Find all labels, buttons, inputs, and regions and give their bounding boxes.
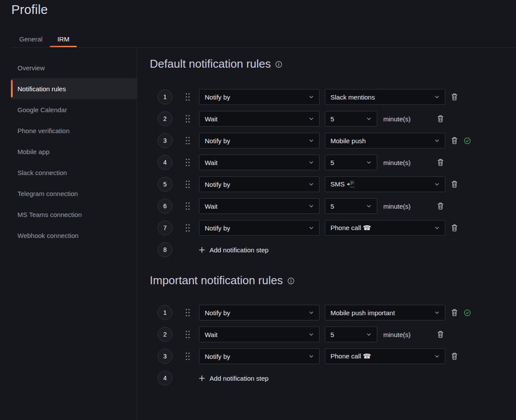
step-action-select[interactable]: Wait: [199, 111, 320, 127]
sidebar-item-webhook-connection[interactable]: Webhook connection: [11, 225, 137, 246]
drag-handle-icon[interactable]: [185, 330, 191, 339]
step-value-text: 5: [330, 331, 334, 338]
step-value-select[interactable]: 5: [325, 198, 377, 214]
step-number-badge: 3: [158, 349, 172, 364]
notification-step-row: 4Add notification step: [150, 370, 490, 386]
step-action-select[interactable]: Wait: [199, 155, 320, 170]
step-value-text: Phone call ☎: [330, 352, 371, 360]
step-value-select[interactable]: Mobile push important: [325, 305, 445, 320]
delete-step-button[interactable]: [451, 93, 458, 101]
drag-handle-icon[interactable]: [185, 308, 191, 317]
chevron-down-icon: [309, 332, 314, 337]
delete-step-button[interactable]: [437, 202, 444, 210]
rules-section-default-notification-rules: Default notification rules1Notify bySlac…: [150, 57, 490, 264]
chevron-down-icon: [309, 116, 314, 121]
step-value-select[interactable]: 5: [325, 111, 377, 127]
step-value-text: 5: [330, 159, 334, 166]
drag-handle-icon[interactable]: [185, 179, 191, 189]
delete-step-button[interactable]: [451, 180, 458, 188]
step-action-select[interactable]: Notify by: [199, 305, 320, 320]
sidebar-item-slack-connection[interactable]: Slack connection: [11, 162, 137, 183]
chevron-down-icon: [366, 332, 372, 337]
tab-label: General: [19, 35, 42, 43]
step-action-select[interactable]: Notify by: [199, 133, 320, 148]
drag-handle-icon[interactable]: [185, 114, 191, 124]
step-value-text: Mobile push: [330, 137, 366, 145]
plus-icon: [199, 375, 205, 382]
chevron-down-icon: [309, 310, 314, 315]
trash-icon: [451, 180, 458, 188]
step-action-select[interactable]: Notify by: [199, 89, 320, 105]
step-action-value: Notify by: [205, 353, 230, 360]
step-action-select[interactable]: Wait: [199, 198, 320, 214]
step-value-text: SMS 📲: [330, 180, 354, 188]
step-action-select[interactable]: Notify by: [199, 220, 320, 236]
chevron-down-icon: [309, 225, 314, 231]
sidebar-item-telegram-connection[interactable]: Telegram connection: [11, 183, 137, 204]
step-value-select[interactable]: 5: [325, 155, 377, 170]
drag-handle-icon[interactable]: [185, 158, 191, 167]
chevron-down-icon: [309, 138, 314, 143]
step-value-select[interactable]: Phone call ☎: [325, 220, 445, 236]
wait-duration-unit-label: minute(s): [383, 331, 437, 338]
drag-handle-icon[interactable]: [185, 351, 191, 361]
delete-step-button[interactable]: [437, 115, 444, 123]
step-number-badge: 5: [158, 177, 172, 192]
trash-icon: [437, 330, 444, 338]
step-value-select[interactable]: Phone call ☎: [325, 348, 445, 364]
step-value-select[interactable]: SMS 📲: [325, 176, 445, 192]
sidebar-item-notification-rules[interactable]: Notification rules: [11, 78, 137, 99]
step-value-select[interactable]: Slack mentions: [325, 89, 445, 105]
chevron-down-icon: [434, 354, 440, 359]
delete-step-button[interactable]: [451, 309, 458, 317]
sidebar-item-label: Mobile app: [17, 148, 49, 155]
sidebar-item-ms-teams-connection[interactable]: MS Teams connection: [11, 204, 137, 225]
sidebar-item-phone-verification[interactable]: Phone verification: [11, 120, 137, 141]
tab-general[interactable]: General: [12, 31, 50, 47]
info-circle-icon: [287, 277, 295, 285]
step-value-text: 5: [330, 203, 334, 210]
step-action-select[interactable]: Wait: [199, 327, 320, 342]
sidebar-item-label: Slack connection: [17, 169, 67, 176]
chevron-down-icon: [309, 203, 314, 209]
drag-handle-icon[interactable]: [185, 136, 191, 145]
delete-step-button[interactable]: [451, 224, 458, 232]
delete-step-button[interactable]: [437, 158, 444, 166]
chevron-down-icon: [434, 310, 440, 315]
step-action-value: Wait: [205, 203, 217, 210]
drag-handle-icon[interactable]: [185, 223, 191, 233]
step-value-select[interactable]: 5: [325, 327, 377, 342]
step-value-select[interactable]: Mobile push: [325, 133, 445, 148]
trash-icon: [451, 309, 458, 317]
notification-step-row: 6Wait5minute(s): [150, 198, 490, 214]
add-notification-step-button[interactable]: Add notification step: [199, 375, 268, 382]
chevron-down-icon: [366, 203, 372, 209]
sidebar-item-google-calendar[interactable]: Google Calendar: [11, 99, 137, 120]
tab-irm[interactable]: IRM: [50, 31, 77, 47]
step-value-text: Slack mentions: [330, 93, 375, 101]
sidebar-item-label: Google Calendar: [17, 106, 67, 114]
drag-handle-icon[interactable]: [185, 92, 191, 102]
tabs-divider: [11, 47, 516, 48]
step-action-select[interactable]: Notify by: [199, 348, 320, 364]
step-number-badge: 4: [158, 155, 172, 170]
sidebar: OverviewNotification rulesGoogle Calenda…: [11, 57, 137, 246]
wait-duration-unit-label: minute(s): [383, 115, 437, 123]
trash-icon: [451, 93, 458, 101]
trash-icon: [437, 202, 444, 210]
steps-list: 1Notify byMobile push important2Wait5min…: [150, 305, 490, 386]
sidebar-item-mobile-app[interactable]: Mobile app: [11, 141, 137, 162]
chevron-down-icon: [309, 94, 314, 100]
delete-step-button[interactable]: [437, 330, 444, 338]
trash-icon: [451, 224, 458, 232]
add-notification-step-button[interactable]: Add notification step: [199, 246, 268, 254]
delete-step-button[interactable]: [451, 137, 458, 145]
check-circle-icon: [464, 137, 471, 145]
sidebar-item-overview[interactable]: Overview: [11, 57, 137, 78]
drag-handle-icon[interactable]: [185, 201, 191, 211]
step-action-select[interactable]: Notify by: [199, 176, 320, 192]
chevron-down-icon: [309, 160, 314, 165]
notification-step-row: 3Notify byMobile push: [150, 133, 490, 148]
delete-step-button[interactable]: [451, 352, 458, 360]
steps-list: 1Notify bySlack mentions2Wait5minute(s)3…: [150, 89, 490, 258]
